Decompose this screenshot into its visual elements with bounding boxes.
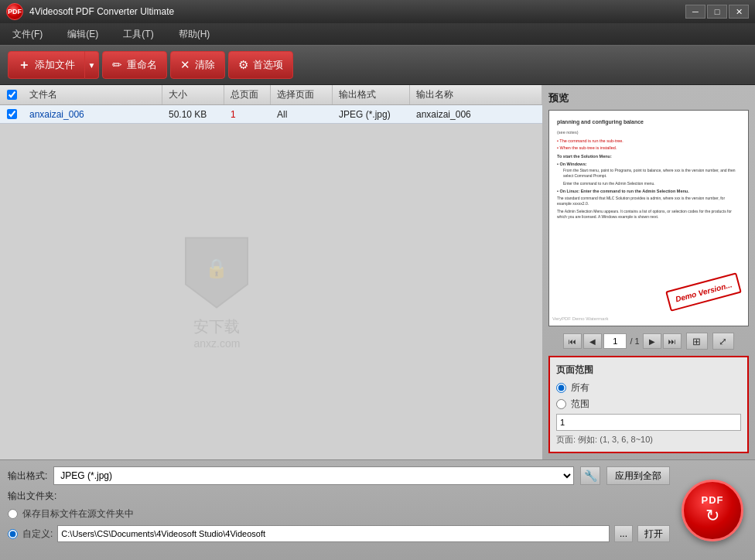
bottom-left: 输出格式: JPEG (*.jpg) 🔧 应用到全部 输出文件夹: 保存目标文件…	[8, 466, 670, 554]
minimize-button[interactable]: ─	[685, 5, 705, 19]
th-filename: 文件名	[23, 85, 162, 104]
menu-file[interactable]: 文件(F)	[8, 25, 47, 44]
th-checkbox	[0, 90, 23, 100]
content-row: 文件名 大小 总页面 选择页面 输出格式 输出名称 anxaizai_006 5…	[0, 85, 755, 459]
outdir-label: 输出文件夹:	[8, 490, 670, 503]
page-range-title: 页面范围	[556, 364, 741, 377]
option-custom-label: 自定义:	[22, 528, 53, 541]
rename-icon: ✏	[112, 58, 122, 72]
preview-controls: ⏮ ◀ / 1 ▶ ⏭ ⊞ ⤢	[548, 330, 749, 353]
file-empty-zone: 🔒 安下载 anxz.com	[0, 124, 542, 459]
convert-pdf-label: PDF	[702, 494, 724, 506]
radio-range[interactable]	[556, 399, 566, 409]
radio-range-row: 范围	[556, 398, 741, 411]
row-format: JPEG (*.jpg)	[333, 105, 410, 123]
radio-all[interactable]	[556, 383, 566, 393]
radio-source[interactable]	[8, 509, 18, 519]
custom-path-input[interactable]	[57, 525, 610, 542]
page-range-panel: 页面范围 所有 范围 页面: 例如: (1, 3, 6, 8~10)	[548, 356, 749, 453]
svg-text:🔒: 🔒	[205, 257, 228, 279]
table-header: 文件名 大小 总页面 选择页面 输出格式 输出名称	[0, 85, 542, 105]
view-fullscreen-button[interactable]: ⤢	[712, 333, 734, 350]
demo-stamp: Demo Version...	[665, 272, 742, 312]
toolbar: ＋ 添加文件 ▼ ✏ 重命名 ✕ 清除 ⚙ 首选项	[0, 45, 755, 85]
first-page-button[interactable]: ⏮	[563, 333, 582, 349]
preview-label: 预览	[548, 91, 749, 105]
radio-all-row: 所有	[556, 381, 741, 394]
row-total-pages: 1	[224, 105, 271, 123]
radio-range-label: 范围	[571, 398, 589, 411]
maximize-button[interactable]: □	[707, 5, 727, 19]
page-sep: / 1	[628, 336, 641, 346]
clear-button[interactable]: ✕ 清除	[170, 51, 225, 79]
add-btn-group: ＋ 添加文件 ▼	[8, 51, 99, 79]
window-controls: ─ □ ✕	[685, 5, 749, 19]
th-sel-pages: 选择页面	[271, 85, 333, 104]
clear-icon: ✕	[180, 58, 190, 72]
add-file-button[interactable]: ＋ 添加文件	[8, 51, 85, 79]
open-folder-button[interactable]: 打开	[637, 525, 670, 542]
th-outname: 输出名称	[410, 85, 542, 104]
view-fit-button[interactable]: ⊞	[686, 333, 708, 350]
watermark-container: 🔒 安下载 anxz.com	[182, 234, 251, 350]
preview-watermark: VeryPDF Demo Watermark	[552, 316, 608, 323]
format-select[interactable]: JPEG (*.jpg)	[53, 466, 574, 485]
table-row[interactable]: anxaizai_006 50.10 KB 1 All JPEG (*.jpg)…	[0, 105, 542, 124]
convert-btn-area: PDF ↻	[678, 466, 747, 554]
th-total-pages: 总页面	[224, 85, 271, 104]
bottom-area: 输出格式: JPEG (*.jpg) 🔧 应用到全部 输出文件夹: 保存目标文件…	[0, 459, 755, 560]
watermark-text-url: anxz.com	[193, 337, 240, 350]
app-window: PDF 4Videosoft PDF Converter Ultimate ─ …	[0, 0, 755, 560]
menu-tools[interactable]: 工具(T)	[118, 25, 158, 44]
app-title: 4Videosoft PDF Converter Ultimate	[29, 6, 174, 17]
watermark-text-anzx: 安下载	[193, 316, 240, 337]
row-checkbox[interactable]	[0, 109, 23, 119]
add-label: 添加文件	[35, 58, 75, 72]
row-outname: anxaizai_006	[410, 105, 542, 123]
add-icon: ＋	[18, 57, 30, 73]
th-format: 输出格式	[333, 85, 410, 104]
app-logo: PDF	[6, 3, 23, 20]
prefs-button[interactable]: ⚙ 首选项	[228, 51, 293, 79]
title-bar-left: PDF 4Videosoft PDF Converter Ultimate	[6, 3, 174, 20]
option-source-label: 保存目标文件在源文件夹中	[22, 507, 134, 521]
format-row: 输出格式: JPEG (*.jpg) 🔧 应用到全部	[8, 466, 670, 485]
apply-all-button[interactable]: 应用到全部	[606, 466, 670, 485]
option-custom-row: 自定义:	[8, 528, 53, 541]
row-sel-pages: All	[271, 105, 333, 123]
title-bar: PDF 4Videosoft PDF Converter Ultimate ─ …	[0, 0, 755, 23]
prefs-icon: ⚙	[238, 58, 248, 72]
menu-edit[interactable]: 编辑(E)	[63, 25, 103, 44]
next-page-button[interactable]: ▶	[643, 333, 661, 349]
radio-all-label: 所有	[571, 381, 589, 394]
prev-page-button[interactable]: ◀	[583, 333, 602, 349]
th-size: 大小	[162, 85, 224, 104]
close-button[interactable]: ✕	[729, 5, 749, 19]
page-number-input[interactable]	[603, 333, 627, 349]
custom-path-row: 自定义: ... 打开	[8, 525, 670, 542]
row-size: 50.10 KB	[162, 105, 224, 123]
rename-button[interactable]: ✏ 重命名	[102, 51, 167, 79]
row-filename: anxaizai_006	[23, 105, 162, 123]
convert-icon: ↻	[705, 506, 719, 526]
select-all-checkbox[interactable]	[7, 90, 17, 100]
left-pane: 文件名 大小 总页面 选择页面 输出格式 输出名称 anxaizai_006 5…	[0, 85, 542, 459]
preview-box: planning and configuring balance (see no…	[548, 110, 749, 326]
menu-help[interactable]: 帮助(H)	[174, 25, 215, 44]
browse-button[interactable]: ...	[614, 525, 633, 542]
preview-page-content: planning and configuring balance (see no…	[549, 111, 748, 326]
format-label: 输出格式:	[8, 470, 47, 483]
last-page-button[interactable]: ⏭	[663, 333, 682, 349]
page-range-hint: 页面: 例如: (1, 3, 6, 8~10)	[556, 434, 741, 446]
option-source-row: 保存目标文件在源文件夹中	[8, 507, 670, 521]
menu-bar: 文件(F) 编辑(E) 工具(T) 帮助(H)	[0, 23, 755, 45]
convert-button[interactable]: PDF ↻	[682, 480, 743, 541]
shield-icon: 🔒	[182, 234, 251, 312]
range-input[interactable]	[556, 414, 741, 431]
format-settings-button[interactable]: 🔧	[580, 466, 600, 485]
preview-pane: 预览 planning and configuring balance (see…	[542, 85, 755, 459]
radio-custom[interactable]	[8, 529, 18, 539]
add-dropdown-button[interactable]: ▼	[85, 51, 99, 79]
